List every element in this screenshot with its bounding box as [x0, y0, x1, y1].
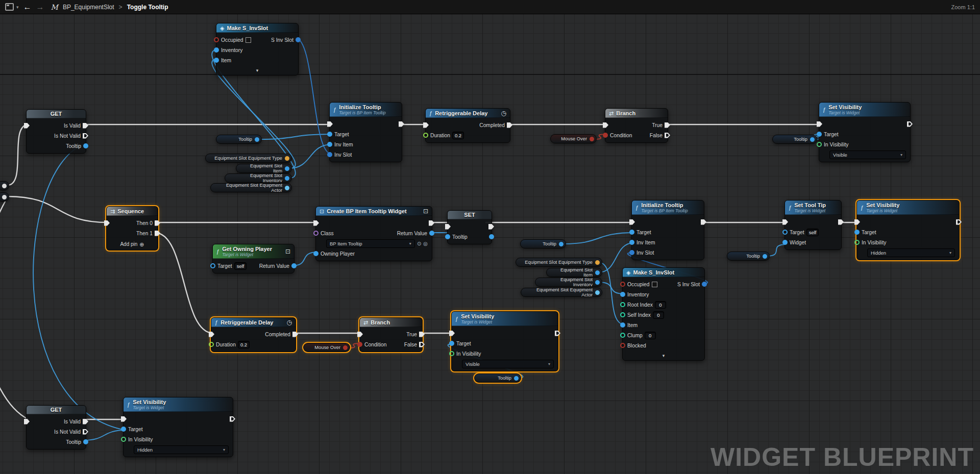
collapse-chevron-icon[interactable]: ▾	[623, 353, 704, 360]
data-pin[interactable]	[291, 263, 297, 268]
node-make-s-invslot-2[interactable]: ◈Make S_InvSlotOccupiedS Inv SlotInvento…	[622, 267, 705, 361]
data-pin[interactable]	[214, 37, 219, 42]
data-pin[interactable]	[449, 341, 454, 346]
data-pin[interactable]	[327, 132, 332, 137]
data-pin[interactable]	[423, 133, 428, 138]
data-pin[interactable]	[620, 312, 625, 317]
node-set-tool-tip[interactable]: ƒSet Tool TipTarget is WidgetTargetselfW…	[785, 200, 842, 250]
app-window-icon[interactable]	[5, 3, 14, 11]
variable-pill-tooltip-2[interactable]: Tooltip	[772, 135, 817, 144]
data-pin[interactable]	[620, 292, 625, 297]
data-pin[interactable]	[313, 251, 318, 256]
visibility-select[interactable]: Hidden▾	[134, 445, 229, 454]
exec-in-pin[interactable]	[854, 219, 860, 225]
data-pin[interactable]	[489, 234, 494, 239]
node-set-visibility-3[interactable]: ƒSet VisibilityTarget is WidgetTargetIn …	[451, 311, 558, 371]
variable-pill-tooltip-1[interactable]: Tooltip	[216, 135, 262, 144]
data-pin[interactable]	[817, 142, 822, 147]
data-pin[interactable]	[2, 195, 7, 199]
variable-pill-equipment-slot-inventory-1[interactable]: Equipment Slot Inventory	[225, 173, 292, 183]
exec-out-pin[interactable]	[838, 219, 844, 225]
forward-button[interactable]: →	[36, 3, 44, 11]
exec-out-pin[interactable]	[292, 332, 298, 337]
node-set-visibility-4[interactable]: ƒSet VisibilityTarget is WidgetTargetIn …	[123, 397, 233, 457]
exec-out-pin[interactable]	[956, 219, 962, 225]
data-pin[interactable]	[2, 184, 7, 188]
exec-in-pin[interactable]	[449, 331, 455, 336]
data-pin[interactable]	[255, 137, 259, 142]
exec-in-pin[interactable]	[782, 219, 788, 225]
variable-pill-mouse-over-1[interactable]: Mouse Over	[550, 134, 597, 143]
use-selected-asset-icon[interactable]: ⊙	[417, 241, 421, 246]
exec-in-pin[interactable]	[104, 220, 110, 226]
data-pin[interactable]	[357, 342, 362, 347]
data-pin[interactable]	[620, 343, 625, 348]
node-get-tooltip-1[interactable]: GETIs ValidIs Not ValidTooltip	[26, 109, 86, 154]
node-create-bp-item-tooltip-widget[interactable]: ⊡Create BP Item Tooltip Widget⊡ClassRetu…	[315, 206, 432, 261]
exec-out-pin[interactable]	[429, 220, 434, 226]
variable-pill-tooltip-3[interactable]: Tooltip	[520, 239, 566, 248]
exec-in-pin[interactable]	[209, 332, 214, 337]
node-initialize-tooltip-2[interactable]: ƒInitialize TooltipTarget is BP Item Too…	[631, 200, 704, 260]
exec-in-pin[interactable]	[629, 219, 635, 225]
data-pin[interactable]	[763, 254, 767, 259]
data-pin[interactable]	[214, 58, 219, 63]
exec-out-pin[interactable]	[488, 224, 494, 230]
data-pin[interactable]	[445, 234, 450, 239]
exec-out-pin[interactable]	[419, 342, 425, 347]
breadcrumb-leaf[interactable]: Toggle Tooltip	[127, 4, 168, 11]
node-set-tooltip-var[interactable]: SETTooltip	[447, 210, 492, 244]
exec-out-pin[interactable]	[507, 122, 512, 128]
data-pin[interactable]	[595, 280, 600, 285]
exec-in-pin[interactable]	[24, 419, 30, 425]
node-get-owning-player[interactable]: ƒGet Owning PlayerTarget is Widget⊡Targe…	[212, 244, 295, 273]
variable-pill-equipment-slot-inventory-2[interactable]: Equipment Slot Inventory	[535, 278, 602, 287]
node-sequence[interactable]: ⇉SequenceThen 0Then 1Add pin⊕	[106, 206, 158, 251]
data-pin[interactable]	[629, 250, 634, 255]
exec-in-pin[interactable]	[121, 416, 127, 422]
add-pin-button[interactable]: Add pin⊕	[107, 240, 158, 250]
data-pin[interactable]	[629, 230, 634, 235]
node-initialize-tooltip-1[interactable]: ƒInitialize TooltipTarget is BP Item Too…	[329, 102, 402, 162]
value-box[interactable]: 0	[655, 301, 666, 309]
node-retriggerable-delay-1[interactable]: ƒRetriggerable Delay◷CompletedDuration0.…	[425, 108, 510, 143]
exec-in-pin[interactable]	[445, 224, 451, 230]
data-pin[interactable]	[296, 37, 301, 42]
data-pin[interactable]	[285, 176, 289, 181]
blueprint-graph-canvas[interactable]: WIDGET BLUEPRINT ▾ ← → M BP_EquipmentSlo…	[0, 0, 980, 474]
data-pin[interactable]	[285, 186, 289, 190]
data-pin[interactable]	[854, 240, 860, 245]
data-pin[interactable]	[817, 132, 822, 137]
variable-pill-equipment-slot-equipment-type-2[interactable]: Equipment Slot Equipment Type	[516, 258, 602, 267]
data-pin[interactable]	[702, 282, 707, 287]
exec-out-pin[interactable]	[419, 332, 425, 337]
checkbox[interactable]	[246, 37, 251, 43]
exec-in-pin[interactable]	[357, 332, 363, 337]
data-pin[interactable]	[590, 137, 594, 141]
data-pin[interactable]	[343, 345, 348, 350]
exec-out-pin[interactable]	[155, 231, 160, 236]
breadcrumb-root[interactable]: BP_EquipmentSlot	[63, 4, 114, 11]
exec-in-pin[interactable]	[24, 123, 30, 129]
data-pin[interactable]	[595, 290, 600, 295]
variable-pill-tooltip-5[interactable]: Tooltip	[474, 373, 521, 383]
data-pin[interactable]	[782, 230, 788, 235]
data-pin[interactable]	[214, 47, 219, 53]
data-pin[interactable]	[782, 240, 788, 245]
data-pin[interactable]	[121, 427, 126, 432]
node-get-tooltip-2[interactable]: GETIs ValidIs Not ValidTooltip	[26, 405, 86, 450]
variable-pill-equipment-slot-equipment-actor-1[interactable]: Equipment Slot Equipment Actor	[210, 183, 292, 192]
value-box[interactable]: self	[806, 229, 819, 236]
exec-out-pin[interactable]	[83, 133, 88, 139]
data-pin[interactable]	[327, 142, 332, 147]
variable-pill-tooltip-4[interactable]: Tooltip	[727, 252, 770, 261]
data-pin[interactable]	[620, 302, 625, 307]
data-pin[interactable]	[209, 342, 214, 347]
visibility-select[interactable]: Visible▾	[829, 151, 906, 159]
checkbox[interactable]	[652, 282, 657, 287]
data-pin[interactable]	[620, 282, 625, 287]
visibility-select[interactable]: Hidden▾	[867, 248, 955, 257]
exec-out-pin[interactable]	[83, 419, 88, 425]
class-select[interactable]: BP Item Tooltip▾	[326, 239, 415, 248]
exec-out-pin[interactable]	[399, 121, 404, 127]
